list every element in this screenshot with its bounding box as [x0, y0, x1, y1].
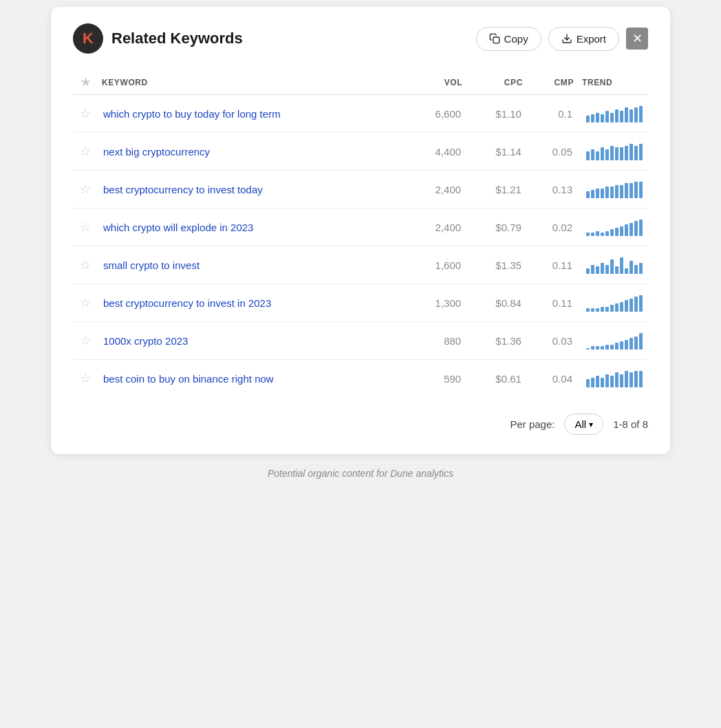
trend-bar — [639, 144, 643, 160]
copy-button[interactable]: Copy — [476, 27, 541, 51]
trend-bar — [615, 228, 618, 236]
trend-bar — [596, 376, 599, 387]
trend-bar — [605, 307, 609, 312]
trend-bar — [591, 378, 594, 387]
trend-bar — [596, 266, 599, 274]
keyword-cell[interactable]: next big cryptocurrency — [98, 133, 406, 171]
star-cell[interactable]: ☆ — [73, 171, 98, 208]
trend-bar — [620, 147, 623, 160]
cpc-cell: $0.84 — [466, 284, 527, 322]
cmp-cell: 0.02 — [527, 208, 578, 246]
star-cell[interactable]: ☆ — [73, 246, 98, 284]
star-cell[interactable]: ☆ — [73, 208, 98, 246]
trend-cell — [578, 360, 648, 398]
trend-bar — [629, 144, 633, 160]
trend-bar — [591, 308, 594, 312]
keyword-cell[interactable]: which crypto will explode in 2023 — [98, 208, 406, 246]
per-page-label: Per page: — [510, 418, 555, 430]
footer-note: Potential organic content for Dune analy… — [268, 468, 453, 479]
trend-bar — [629, 299, 633, 312]
trend-bar — [625, 371, 628, 387]
cpc-cell: $1.14 — [466, 133, 527, 171]
cmp-cell: 0.04 — [527, 360, 578, 398]
per-page-value: All — [574, 418, 586, 430]
trend-bar — [639, 371, 643, 387]
keyword-cell[interactable]: best cryptocurrency to invest in 2023 — [98, 284, 406, 322]
trend-bar — [620, 374, 623, 387]
copy-label: Copy — [504, 33, 528, 45]
trend-bar — [634, 221, 638, 236]
trend-bar — [634, 146, 638, 160]
trend-bar — [586, 233, 590, 236]
trend-bar — [596, 113, 599, 122]
keyword-cell[interactable]: best coin to buy on binance right now — [98, 360, 406, 398]
header-actions: Copy Export ✕ — [476, 27, 648, 51]
trend-bar — [634, 265, 638, 274]
keyword-cell[interactable]: best cryptocurrency to invest today — [98, 171, 406, 208]
vol-cell: 880 — [406, 322, 466, 360]
trend-bar — [591, 233, 594, 236]
header-left: K Related Keywords — [73, 23, 243, 54]
col-header-cmp: CMP — [527, 70, 578, 95]
vol-cell: 1,600 — [406, 246, 466, 284]
trend-bar — [610, 376, 614, 387]
cpc-cell: $0.61 — [466, 360, 527, 398]
per-page-select[interactable]: All ▾ — [564, 414, 603, 435]
trend-bar — [586, 191, 590, 198]
trend-cell — [578, 95, 648, 133]
trend-bar — [615, 185, 618, 198]
trend-bar — [605, 265, 609, 274]
trend-bar — [596, 308, 599, 312]
trend-cell — [578, 208, 648, 246]
table-row: ☆best cryptocurrency to invest in 20231,… — [73, 284, 648, 322]
trend-bar — [591, 346, 594, 350]
trend-bar — [629, 223, 633, 236]
col-header-cpc: CPC — [466, 70, 527, 95]
card-header: K Related Keywords Copy Export ✕ — [73, 23, 648, 54]
star-cell[interactable]: ☆ — [73, 360, 98, 398]
trend-bar — [629, 338, 633, 350]
chevron-down-icon: ▾ — [589, 420, 593, 429]
trend-bar — [625, 340, 628, 350]
close-button[interactable]: ✕ — [626, 28, 648, 50]
trend-bar — [625, 268, 628, 274]
trend-bar — [625, 300, 628, 312]
trend-bar — [610, 113, 614, 122]
star-cell[interactable]: ☆ — [73, 284, 98, 322]
keyword-cell[interactable]: 1000x crypto 2023 — [98, 322, 406, 360]
trend-bar — [605, 149, 609, 160]
trend-cell — [578, 322, 648, 360]
trend-bar — [591, 190, 594, 198]
trend-bar — [596, 189, 599, 198]
table-row: ☆next big cryptocurrency4,400$1.140.05 — [73, 133, 648, 171]
export-button[interactable]: Export — [548, 27, 619, 51]
cmp-cell: 0.11 — [527, 246, 578, 284]
col-header-star: ★ — [73, 70, 98, 95]
trend-bar — [601, 346, 604, 350]
star-cell[interactable]: ☆ — [73, 322, 98, 360]
trend-bar — [596, 231, 599, 236]
trend-bar — [586, 308, 590, 312]
cpc-cell: $1.10 — [466, 95, 527, 133]
keyword-cell[interactable]: small crypto to invest — [98, 246, 406, 284]
trend-bar — [634, 182, 638, 198]
trend-bar — [639, 220, 643, 236]
trend-bar — [629, 372, 633, 387]
trend-cell — [578, 133, 648, 171]
trend-bar — [596, 151, 599, 160]
trend-bar — [629, 183, 633, 198]
keyword-cell[interactable]: which crypto to buy today for long term — [98, 95, 406, 133]
table-row: ☆1000x crypto 2023880$1.360.03 — [73, 322, 648, 360]
trend-bar — [625, 146, 628, 160]
trend-bar — [601, 378, 604, 387]
trend-bar — [620, 111, 623, 122]
cpc-cell: $1.21 — [466, 171, 527, 208]
trend-bar — [591, 149, 594, 160]
trend-bar — [615, 109, 618, 122]
star-cell[interactable]: ☆ — [73, 133, 98, 171]
star-cell[interactable]: ☆ — [73, 95, 98, 133]
trend-bar — [615, 303, 618, 312]
trend-bar — [634, 107, 638, 122]
trend-bar — [610, 146, 614, 160]
cpc-cell: $0.79 — [466, 208, 527, 246]
